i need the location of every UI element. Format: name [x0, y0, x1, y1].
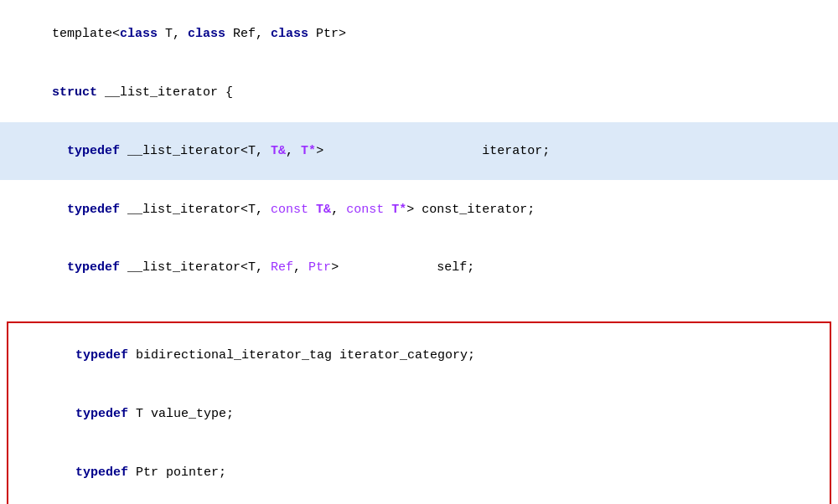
highlighted-section: typedef bidirectional_iterator_tag itera…	[7, 321, 831, 504]
code-line-2: struct __list_iterator {	[0, 64, 838, 122]
rb-line-3: typedef Ptr pointer;	[15, 444, 823, 502]
rb-line-1: typedef bidirectional_iterator_tag itera…	[15, 327, 823, 385]
code-line-5: typedef __list_iterator<T, Ref, Ptr> sel…	[0, 239, 838, 297]
rb-line-2: typedef T value_type;	[15, 385, 823, 444]
code-line-blank1	[0, 297, 838, 316]
code-editor: template<class T, class Ref, class Ptr> …	[0, 0, 838, 504]
code-line-3: typedef __list_iterator<T, T&, T*> itera…	[0, 122, 838, 181]
code-line-4: typedef __list_iterator<T, const T&, con…	[0, 180, 838, 239]
code-line-1: template<class T, class Ref, class Ptr>	[0, 5, 838, 64]
